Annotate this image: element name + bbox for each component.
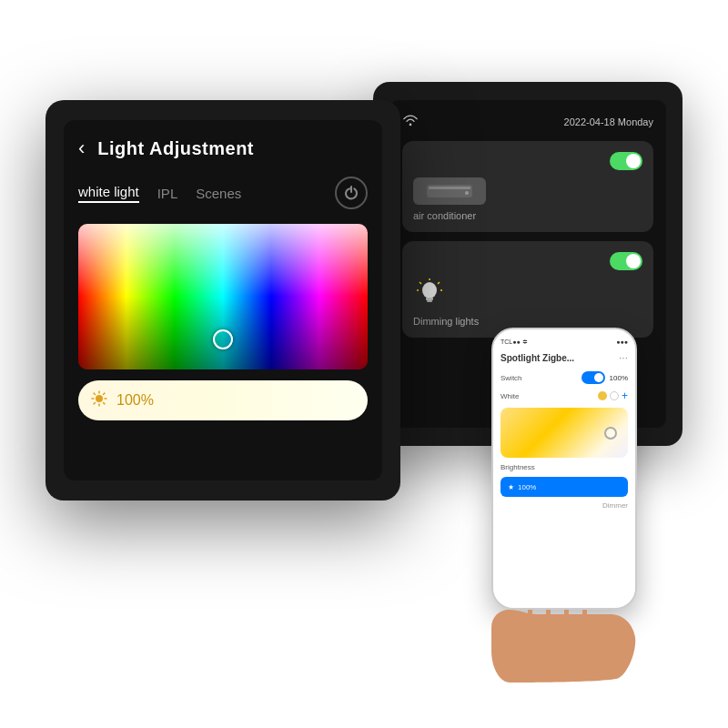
svg-point-3 <box>422 282 437 298</box>
phone-gradient-box[interactable] <box>500 408 628 458</box>
svg-rect-4 <box>426 298 433 300</box>
phone-menu-dots[interactable]: ··· <box>619 351 628 364</box>
power-button[interactable] <box>335 177 368 209</box>
back-date: 2022-04-18 Monday <box>564 116 653 127</box>
phone-brightness-row: Brightness <box>500 463 628 471</box>
front-tabs: white light IPL Scenes <box>78 177 368 209</box>
color-cursor <box>213 329 233 349</box>
front-device: ‹ Light Adjustment white light IPL Scene… <box>46 100 400 500</box>
phone: TCL●● ≑ ●●● Spotlight Zigbe... ··· Switc… <box>491 328 637 610</box>
ac-icon <box>413 177 486 205</box>
brightness-icon <box>91 390 107 411</box>
brightness-slider[interactable]: 100% <box>78 380 368 420</box>
svg-line-19 <box>94 402 95 403</box>
back-button[interactable]: ‹ <box>78 136 85 160</box>
phone-screen: TCL●● ≑ ●●● Spotlight Zigbe... ··· Switc… <box>493 329 635 608</box>
tab-scenes[interactable]: Scenes <box>196 186 241 201</box>
wifi-icon <box>402 113 419 130</box>
dot-yellow[interactable] <box>598 391 607 400</box>
phone-brightness-value: 100% <box>518 483 536 491</box>
tab-ipl[interactable]: IPL <box>157 186 178 201</box>
brightness-value: 100% <box>116 392 154 409</box>
svg-point-11 <box>96 395 103 402</box>
phone-dimmer-label: Dimmer <box>500 501 628 510</box>
phone-time: ●●● <box>616 339 628 346</box>
svg-line-8 <box>420 282 421 284</box>
phone-white-row: White + <box>500 389 628 402</box>
svg-line-18 <box>104 393 105 394</box>
phone-brightness-label: Brightness <box>500 463 535 471</box>
dimming-toggle[interactable] <box>610 252 642 270</box>
phone-carrier: TCL●● ≑ <box>500 339 528 346</box>
phone-switch-label: Switch <box>500 374 522 382</box>
phone-gradient-cursor <box>604 427 617 440</box>
dot-plus[interactable]: + <box>622 389 628 402</box>
svg-point-2 <box>465 191 469 195</box>
phone-switch-toggle[interactable] <box>581 371 605 384</box>
phone-brightness-bar[interactable]: ★ 100% <box>500 477 628 497</box>
front-header: ‹ Light Adjustment <box>78 136 368 160</box>
dimming-card: Dimming lights <box>402 241 653 338</box>
ac-toggle[interactable] <box>610 152 642 170</box>
phone-switch-row: Switch 100% <box>500 371 628 384</box>
phone-color-dots: + <box>598 389 628 402</box>
lamp-icon <box>413 278 446 310</box>
phone-title-row: Spotlight Zigbe... ··· <box>500 351 628 364</box>
hand-area: TCL●● ≑ ●●● Spotlight Zigbe... ··· Switc… <box>473 328 655 682</box>
ac-label: air conditioner <box>413 210 642 221</box>
svg-line-17 <box>104 402 105 403</box>
phone-switch-percent: 100% <box>610 374 628 382</box>
page-title: Light Adjustment <box>97 138 254 159</box>
svg-rect-5 <box>427 300 432 302</box>
phone-brightness-star: ★ <box>508 483 514 491</box>
phone-white-label: White <box>500 392 519 400</box>
svg-line-7 <box>438 282 440 284</box>
phone-app-title: Spotlight Zigbe... <box>500 353 574 363</box>
phone-status-bar: TCL●● ≑ ●●● <box>500 339 628 346</box>
phone-wrap: TCL●● ≑ ●●● Spotlight Zigbe... ··· Switc… <box>473 328 655 682</box>
tab-white-light[interactable]: white light <box>78 184 139 203</box>
hand-illustration <box>491 610 637 682</box>
svg-line-16 <box>94 393 95 394</box>
svg-rect-1 <box>429 187 470 189</box>
color-picker[interactable] <box>78 224 368 369</box>
dimming-label: Dimming lights <box>413 316 642 327</box>
dot-white[interactable] <box>610 391 619 400</box>
scene: 2022-04-18 Monday air conditioner <box>46 46 682 682</box>
ac-card: air conditioner <box>402 141 653 232</box>
